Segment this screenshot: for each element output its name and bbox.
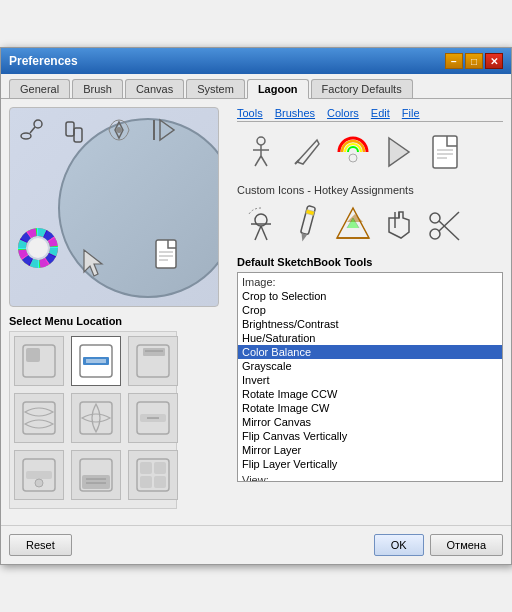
list-item[interactable]: Mirror Canvas: [238, 415, 502, 429]
menu-pos-bot-right[interactable]: [128, 450, 178, 500]
custom-icons-label: Custom Icons - Hotkey Assignments: [237, 184, 503, 196]
svg-rect-30: [23, 402, 55, 434]
svg-point-53: [349, 154, 357, 162]
tab-canvas[interactable]: Canvas: [125, 79, 184, 98]
svg-line-2: [30, 127, 35, 133]
window-title: Preferences: [9, 54, 78, 68]
svg-marker-16: [84, 250, 102, 276]
color-wheel-icon[interactable]: [18, 228, 58, 273]
svg-rect-44: [154, 462, 166, 474]
sub-tab-file[interactable]: File: [402, 107, 420, 119]
tab-brush[interactable]: Brush: [72, 79, 123, 98]
arc-icon-4: [150, 116, 178, 149]
menu-pos-mid-center[interactable]: [71, 393, 121, 443]
list-item[interactable]: Crop to Selection: [238, 289, 502, 303]
svg-rect-39: [82, 475, 110, 489]
menu-positions-grid: [9, 331, 177, 509]
list-item[interactable]: Rotate Image CW: [238, 401, 502, 415]
arc-icons-area: [9, 107, 219, 307]
svg-rect-31: [80, 402, 112, 434]
list-item[interactable]: Flip Canvas Vertically: [238, 429, 502, 443]
svg-rect-28: [143, 348, 165, 356]
custom-icon-scissors[interactable]: [425, 204, 465, 244]
ok-button[interactable]: OK: [374, 534, 424, 556]
sub-tabs: Tools Brushes Colors Edit File: [237, 107, 503, 122]
main-area: Select Menu Location: [9, 107, 503, 509]
tools-list[interactable]: Image: Crop to Selection Crop Brightness…: [238, 273, 502, 481]
custom-icon-hand[interactable]: [379, 204, 419, 244]
tool-icon-arrow[interactable]: [379, 132, 419, 172]
svg-rect-22: [26, 348, 40, 362]
list-item[interactable]: Color Balance: [238, 345, 502, 359]
list-item[interactable]: Flip Layer Vertically: [238, 457, 502, 471]
svg-rect-24: [83, 357, 109, 365]
svg-line-51: [261, 156, 267, 166]
svg-marker-7: [160, 120, 174, 140]
tabs-row: General Brush Canvas System Lagoon Facto…: [1, 74, 511, 99]
menu-pos-mid-right[interactable]: [128, 393, 178, 443]
svg-line-61: [261, 226, 267, 240]
list-item[interactable]: Image:: [238, 273, 502, 289]
menu-pos-bot-left[interactable]: [14, 450, 64, 500]
tab-lagoon[interactable]: Lagoon: [247, 79, 309, 99]
svg-rect-3: [66, 122, 74, 136]
menu-pos-top-right[interactable]: [128, 336, 178, 386]
svg-point-1: [34, 120, 42, 128]
reset-button[interactable]: Reset: [9, 534, 72, 556]
sub-tab-tools[interactable]: Tools: [237, 107, 263, 119]
cursor-icon: [78, 248, 108, 283]
tab-system[interactable]: System: [186, 79, 245, 98]
custom-icon-pencil[interactable]: [287, 204, 327, 244]
menu-pos-mid-left[interactable]: [14, 393, 64, 443]
close-button[interactable]: ✕: [485, 53, 503, 69]
maximize-button[interactable]: □: [465, 53, 483, 69]
svg-rect-43: [140, 462, 152, 474]
bottom-icons-row: [237, 200, 503, 248]
left-panel: Select Menu Location: [9, 107, 229, 509]
sub-tab-colors[interactable]: Colors: [327, 107, 359, 119]
list-item[interactable]: Crop: [238, 303, 502, 317]
bottom-bar: Reset OK Отмена: [1, 525, 511, 564]
menu-pos-bot-center[interactable]: [71, 450, 121, 500]
title-bar-controls: − □ ✕: [445, 53, 503, 69]
svg-point-70: [430, 229, 440, 239]
custom-icon-mountain[interactable]: [333, 204, 373, 244]
cancel-button[interactable]: Отмена: [430, 534, 503, 556]
sub-tab-brushes[interactable]: Brushes: [275, 107, 315, 119]
list-item[interactable]: Invert: [238, 373, 502, 387]
svg-point-37: [35, 479, 43, 487]
svg-line-60: [255, 226, 261, 240]
sub-tab-edit[interactable]: Edit: [371, 107, 390, 119]
list-item[interactable]: Brightness/Contrast: [238, 317, 502, 331]
tab-general[interactable]: General: [9, 79, 70, 98]
svg-line-50: [255, 156, 261, 166]
svg-rect-55: [433, 136, 457, 168]
tool-icon-document[interactable]: [425, 132, 465, 172]
svg-rect-36: [26, 471, 52, 479]
list-item[interactable]: View:: [238, 471, 502, 481]
default-sketchbook-tools-label: Default SketchBook Tools: [237, 256, 503, 268]
content-area: Select Menu Location: [1, 99, 511, 517]
tool-icon-knife[interactable]: [287, 132, 327, 172]
document-icon: [150, 238, 182, 275]
list-item[interactable]: Hue/Saturation: [238, 331, 502, 345]
svg-rect-17: [156, 240, 176, 268]
custom-icon-1[interactable]: [241, 204, 281, 244]
arc-icon-2: [60, 118, 88, 151]
preferences-window: Preferences − □ ✕ General Brush Canvas S…: [0, 47, 512, 565]
list-item[interactable]: Grayscale: [238, 359, 502, 373]
arc-icon-3: [105, 116, 133, 149]
svg-point-15: [28, 238, 48, 258]
list-item[interactable]: Mirror Layer: [238, 443, 502, 457]
menu-pos-top-left[interactable]: [14, 336, 64, 386]
tools-list-wrapper: Image: Crop to Selection Crop Brightness…: [237, 272, 503, 482]
list-item[interactable]: Rotate Image CCW: [238, 387, 502, 401]
menu-pos-top-center[interactable]: [71, 336, 121, 386]
svg-rect-46: [154, 476, 166, 488]
minimize-button[interactable]: −: [445, 53, 463, 69]
tab-factory-defaults[interactable]: Factory Defaults: [311, 79, 413, 98]
tool-icon-rainbow[interactable]: [333, 132, 373, 172]
svg-rect-4: [74, 128, 82, 142]
tool-icon-figure[interactable]: [241, 132, 281, 172]
title-bar: Preferences − □ ✕: [1, 48, 511, 74]
